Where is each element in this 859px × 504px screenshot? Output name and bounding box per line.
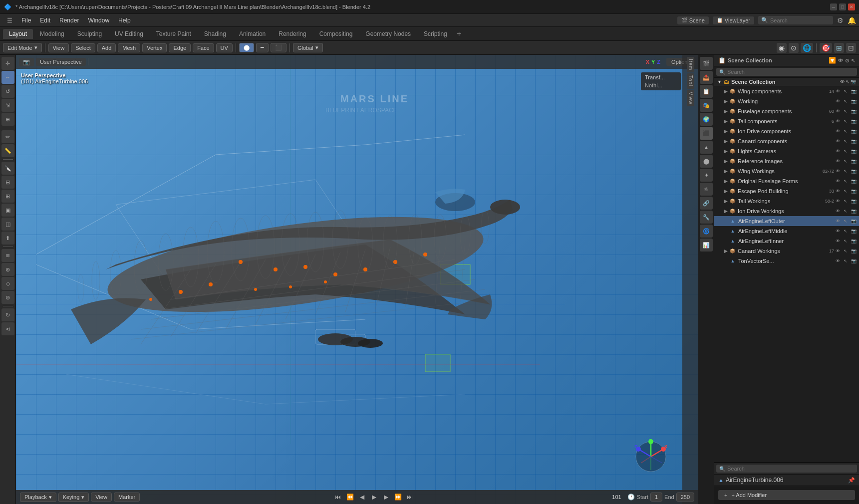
- tab-animation[interactable]: Animation: [233, 29, 272, 39]
- list-item[interactable]: ▶ 📦 Fuselage components 60 👁 ↖ 📷: [714, 106, 859, 116]
- menu-edit[interactable]: Edit: [36, 16, 54, 25]
- prop-icon-object[interactable]: ⬛: [700, 127, 713, 140]
- prop-icon-render[interactable]: 🎬: [700, 57, 713, 70]
- keying-dropdown[interactable]: Keying ▾: [58, 493, 89, 502]
- expand-arrow[interactable]: ▶: [724, 109, 728, 114]
- expand-arrow[interactable]: ▶: [724, 89, 728, 94]
- item-eye-icon[interactable]: 👁: [834, 257, 841, 264]
- global-search-box[interactable]: 🔍: [758, 16, 833, 24]
- tab-uv-editing[interactable]: UV Editing: [109, 29, 149, 39]
- item-eye-icon[interactable]: 👁: [834, 238, 841, 245]
- annotate-tool[interactable]: ✏: [1, 130, 14, 143]
- item-render-icon[interactable]: 📷: [850, 248, 857, 254]
- item-eye-icon[interactable]: 👁: [834, 108, 841, 115]
- spin-tool[interactable]: ↻: [1, 308, 14, 321]
- close-button[interactable]: ✕: [848, 3, 855, 10]
- item-select-icon[interactable]: ↖: [842, 128, 849, 135]
- expand-arrow[interactable]: ▶: [724, 119, 728, 124]
- item-eye-icon[interactable]: 👁: [834, 118, 841, 125]
- viewport-gizmo[interactable]: X Y Z: [633, 439, 668, 474]
- scale-tool[interactable]: ⇲: [1, 99, 14, 112]
- list-item[interactable]: ▶ 📦 Lights Cameras 👁 ↖ 📷: [714, 146, 859, 156]
- rotate-tool[interactable]: ↺: [1, 85, 14, 98]
- expand-arrow[interactable]: ▶: [724, 249, 728, 253]
- vertex-menu[interactable]: Vertex: [142, 43, 167, 52]
- xray-toggle[interactable]: ⊡: [846, 43, 856, 53]
- edge-menu[interactable]: Edge: [169, 43, 191, 52]
- expand-arrow[interactable]: ▶: [724, 209, 728, 214]
- expand-arrow[interactable]: ▶: [724, 169, 728, 174]
- list-item[interactable]: ▶ 📦 Reference Images 👁 ↖ 📷: [714, 156, 859, 166]
- bisect-tool[interactable]: ⊟: [1, 176, 14, 189]
- inset-tool[interactable]: ▣: [1, 204, 14, 217]
- maximize-button[interactable]: □: [839, 3, 846, 10]
- cursor-tool[interactable]: ✛: [1, 57, 14, 70]
- filter-icon[interactable]: 🔽: [829, 57, 836, 64]
- item-select-icon[interactable]: ↖: [842, 228, 849, 235]
- list-item[interactable]: ▶ 📦 Canard components 👁 ↖ 📷: [714, 136, 859, 146]
- play-button[interactable]: ▶: [369, 492, 379, 502]
- tab-modeling[interactable]: Modeling: [34, 29, 70, 39]
- tab-layout[interactable]: Layout: [3, 29, 33, 39]
- list-item[interactable]: ▶ 📦 Wing components 14 👁 ↖ 📷: [714, 86, 859, 96]
- item-select-icon[interactable]: ↖: [842, 158, 849, 165]
- next-keyframe-button[interactable]: ⏩: [393, 492, 403, 502]
- item-render-icon[interactable]: 📷: [850, 158, 857, 165]
- tab-geometry-nodes[interactable]: Geometry Nodes: [359, 29, 417, 39]
- item-eye-icon[interactable]: 👁: [834, 208, 841, 215]
- uv-menu[interactable]: UV: [216, 43, 233, 52]
- expand-arrow[interactable]: ▶: [724, 189, 728, 194]
- viewport-shading-solid[interactable]: ◉: [777, 43, 787, 53]
- tab-texture-paint[interactable]: Texture Paint: [150, 29, 197, 39]
- transform-tool[interactable]: ⊕: [1, 113, 14, 126]
- item-select-icon[interactable]: ↖: [842, 178, 849, 185]
- prop-icon-mesh-data[interactable]: ▲: [700, 141, 713, 154]
- props-search-box[interactable]: 🔍: [716, 465, 857, 473]
- hide-filter-icon[interactable]: ⊙: [845, 58, 849, 63]
- prev-keyframe-button[interactable]: ⏪: [345, 492, 355, 502]
- to-sphere-tool[interactable]: ⊚: [1, 291, 14, 304]
- prop-icon-scene[interactable]: 🎭: [700, 99, 713, 112]
- vertex-select-mode[interactable]: ⬤: [239, 43, 254, 52]
- item-render-icon[interactable]: 📷: [850, 148, 857, 155]
- item-eye-icon[interactable]: 👁: [834, 248, 841, 254]
- item-render-icon[interactable]: 📷: [850, 88, 857, 95]
- item-eye-icon[interactable]: 👁: [834, 148, 841, 155]
- menu-help[interactable]: Help: [114, 16, 135, 25]
- prop-icon-world[interactable]: 🌍: [700, 113, 713, 126]
- mesh-menu[interactable]: Mesh: [118, 43, 140, 52]
- 3d-viewport[interactable]: MARS LINE BLUEPRINT AEROSPACE: [16, 55, 698, 504]
- item-render-icon[interactable]: 📷: [850, 198, 857, 205]
- list-item[interactable]: ▶ 📦 Escape Pod Building 33 👁 ↖ 📷: [714, 186, 859, 196]
- playback-dropdown[interactable]: Playback ▾: [20, 493, 56, 502]
- menu-file[interactable]: File: [17, 16, 35, 25]
- item-select-icon[interactable]: ↖: [842, 188, 849, 195]
- end-frame-input[interactable]: 250: [676, 493, 694, 502]
- list-item[interactable]: ▲ AirEngineLeftOuter 👁 ↖ 📷: [714, 216, 859, 226]
- expand-arrow[interactable]: ▶: [724, 179, 728, 184]
- item-render-icon[interactable]: 📷: [850, 128, 857, 135]
- item-eye-icon[interactable]: 👁: [834, 158, 841, 165]
- viewport-shading-wireframe[interactable]: ⊙: [789, 43, 799, 53]
- bevel-tool[interactable]: ◫: [1, 218, 14, 231]
- item-eye-icon[interactable]: 👁: [834, 228, 841, 235]
- item-select-icon[interactable]: ↖: [842, 208, 849, 215]
- view-menu[interactable]: View: [48, 43, 69, 52]
- smooth-tool[interactable]: ≋: [1, 249, 14, 262]
- extrude-tool[interactable]: ⬆: [1, 232, 14, 245]
- expand-arrow[interactable]: ▶: [724, 199, 728, 204]
- list-item[interactable]: ▶ 📦 Canard Workings 17 👁 ↖ 📷: [714, 246, 859, 256]
- list-item[interactable]: ▶ 📦 Tail Workings 58-2 👁 ↖ 📷: [714, 196, 859, 206]
- item-select-icon[interactable]: ↖: [842, 138, 849, 145]
- header-icon-2[interactable]: 🔔: [848, 16, 856, 24]
- eye-filter-icon[interactable]: 👁: [838, 58, 843, 63]
- tab-shading[interactable]: Shading: [198, 29, 232, 39]
- add-menu[interactable]: Add: [97, 43, 116, 52]
- overlay-toggle[interactable]: ⊞: [834, 43, 844, 53]
- item-select-icon[interactable]: ↖: [842, 257, 849, 264]
- list-item[interactable]: ▶ 📦 Working 👁 ↖ 📷: [714, 96, 859, 106]
- add-modifier-button[interactable]: + + Add Modifier: [718, 490, 855, 500]
- add-workspace-button[interactable]: +: [454, 29, 464, 39]
- gizmo-toggle[interactable]: 🎯: [820, 43, 832, 53]
- list-item[interactable]: ▶ 📦 Ion Drive Workings 👁 ↖ 📷: [714, 206, 859, 216]
